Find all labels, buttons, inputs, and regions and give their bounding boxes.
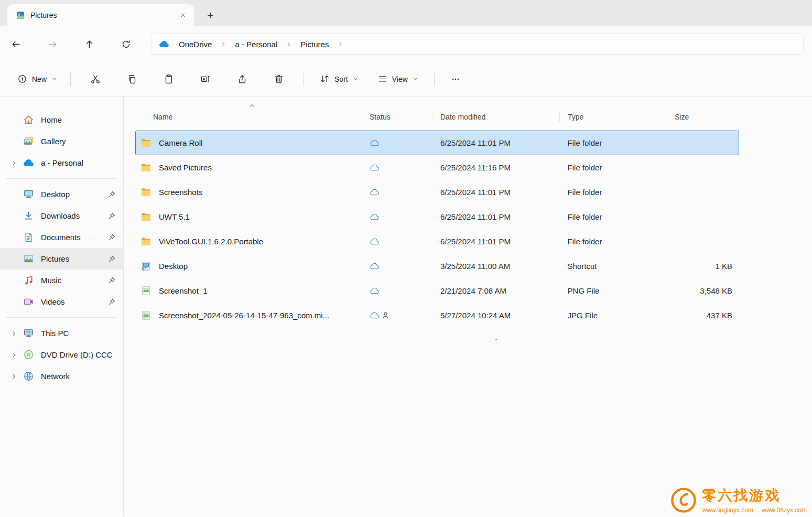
file-type: PNG File — [560, 286, 667, 295]
delete-button[interactable] — [266, 68, 291, 90]
sidebar-item-dvd-drive-d-ccc[interactable]: DVD Drive (D:) CCC — [0, 344, 123, 365]
sidebar-item-downloads[interactable]: Downloads — [0, 205, 123, 227]
sidebar-list: HomeGallerya - PersonalDesktopDownloadsD… — [0, 109, 123, 387]
file-name: Screenshots — [159, 188, 202, 197]
file-row[interactable]: Desktop3/25/2024 11:00 AMShortcut1 KB — [135, 254, 739, 278]
file-row[interactable]: ViVeTool.GUI.1.6.2.0.Portable6/25/2024 1… — [135, 229, 739, 254]
chevron-right-icon[interactable] — [7, 348, 21, 362]
share-icon — [237, 74, 247, 84]
chevron-down-icon — [413, 76, 418, 82]
column-header-size[interactable]: Size — [667, 106, 739, 128]
tab-close-button[interactable] — [176, 8, 190, 22]
sidebar-item-label: Downloads — [41, 211, 107, 220]
paste-button[interactable] — [156, 68, 181, 90]
file-date-modified: 6/25/2024 11:01 PM — [434, 188, 560, 197]
up-button[interactable] — [78, 34, 101, 54]
cloud-icon — [370, 212, 379, 221]
person-icon — [381, 311, 390, 320]
refresh-button[interactable] — [114, 34, 137, 54]
sidebar-item-label: DVD Drive (D:) CCC — [41, 350, 117, 359]
file-row[interactable]: Screenshot_2024-05-26-14-15-47-963_com.m… — [135, 303, 739, 328]
file-row[interactable]: Screenshots6/25/2024 11:01 PMFile folder — [135, 180, 739, 204]
file-row[interactable]: Saved Pictures6/25/2024 11:16 PMFile fol… — [135, 155, 739, 180]
sidebar-item-a-personal[interactable]: a - Personal — [0, 152, 123, 174]
sidebar-item-videos[interactable]: Videos — [0, 291, 123, 313]
ellipsis-icon — [451, 74, 460, 84]
folder-icon — [140, 211, 151, 222]
file-date-modified: 5/27/2024 10:24 AM — [434, 311, 560, 320]
chevron-spacer — [7, 135, 21, 148]
chevron-spacer — [7, 274, 21, 287]
rename-icon — [200, 74, 211, 84]
sidebar-item-label: Documents — [41, 233, 107, 242]
chevron-right-icon[interactable] — [217, 38, 230, 50]
chevron-spacer — [7, 252, 21, 266]
sidebar-item-label: Videos — [41, 297, 107, 306]
sidebar-item-documents[interactable]: Documents — [0, 227, 123, 248]
sidebar-item-desktop[interactable]: Desktop — [0, 184, 123, 205]
file-status-cell — [363, 188, 434, 197]
sidebar-item-gallery[interactable]: Gallery — [0, 131, 123, 152]
chevron-spacer — [7, 231, 21, 244]
chevron-right-icon[interactable] — [7, 370, 21, 383]
forward-icon — [48, 39, 58, 49]
chevron-right-icon[interactable] — [283, 38, 295, 50]
sidebar-item-label: Network — [41, 372, 117, 381]
sidebar-item-pictures[interactable]: Pictures — [0, 248, 123, 270]
tab-bar: Pictures — [0, 0, 812, 26]
breadcrumb-item-pictures[interactable]: Pictures — [296, 37, 333, 51]
command-toolbar: New Sort View — [0, 62, 812, 96]
file-date-modified: 6/25/2024 11:01 PM — [434, 212, 560, 221]
sidebar-item-music[interactable]: Music — [0, 270, 123, 291]
file-type: File folder — [560, 212, 667, 221]
stray-mark — [495, 339, 497, 340]
column-header-name[interactable]: Name — [135, 106, 363, 128]
watermark-logo-icon — [670, 487, 697, 514]
folder-icon — [140, 187, 151, 198]
sort-button[interactable]: Sort — [313, 69, 365, 89]
folder-icon — [140, 137, 151, 148]
file-name: Camera Roll — [159, 138, 202, 147]
sidebar-item-this-pc[interactable]: This PC — [0, 322, 123, 344]
back-button[interactable] — [4, 34, 27, 54]
breadcrumb-item-onedrive[interactable]: OneDrive — [175, 37, 216, 51]
content-area: HomeGallerya - PersonalDesktopDownloadsD… — [0, 96, 812, 516]
file-row[interactable]: Camera Roll6/25/2024 11:01 PMFile folder — [135, 131, 739, 155]
breadcrumb-item-a-personal[interactable]: a - Personal — [231, 37, 282, 51]
chevron-right-icon[interactable] — [7, 156, 21, 170]
chevron-right-icon[interactable] — [7, 327, 21, 340]
toolbar-separator — [434, 72, 435, 86]
file-name-cell: UWT 5.1 — [136, 211, 363, 222]
rename-button[interactable] — [193, 68, 218, 90]
sidebar-item-label: Music — [41, 276, 107, 285]
onedrive-icon — [159, 39, 169, 49]
cut-button[interactable] — [83, 68, 108, 90]
file-status-cell — [363, 262, 434, 271]
file-name: ViVeTool.GUI.1.6.2.0.Portable — [159, 237, 263, 246]
new-button[interactable]: New — [10, 69, 64, 89]
sidebar-separator — [6, 317, 117, 318]
copy-button[interactable] — [120, 68, 145, 90]
sidebar-item-network[interactable]: Network — [0, 365, 123, 387]
forward-button[interactable] — [41, 34, 64, 54]
view-button[interactable]: View — [371, 69, 425, 89]
share-button[interactable] — [230, 68, 255, 90]
dvd-icon — [23, 349, 35, 360]
new-tab-button[interactable] — [201, 6, 219, 24]
address-bar[interactable]: OneDrive a - Personal Pictures — [151, 34, 804, 55]
navigation-bar: OneDrive a - Personal Pictures — [0, 26, 812, 62]
file-date-modified: 2/21/2024 7:08 AM — [434, 286, 560, 295]
sidebar-item-label: Pictures — [41, 254, 107, 263]
sidebar-item-home[interactable]: Home — [0, 109, 123, 131]
file-row[interactable]: Screenshot_12/21/2024 7:08 AMPNG File3,5… — [135, 278, 739, 303]
tab-pictures[interactable]: Pictures — [7, 4, 194, 26]
file-row[interactable]: UWT 5.16/25/2024 11:01 PMFile folder — [135, 204, 739, 229]
file-name-cell: Screenshot_2024-05-26-14-15-47-963_com.m… — [136, 310, 363, 321]
more-options-button[interactable] — [444, 69, 467, 90]
column-header-type[interactable]: Type — [560, 106, 667, 128]
gallery-icon — [23, 136, 35, 147]
file-type: File folder — [560, 138, 667, 147]
column-header-status[interactable]: Status — [363, 106, 434, 128]
chevron-right-icon[interactable] — [334, 38, 347, 50]
column-header-date-modified[interactable]: Date modified — [434, 106, 560, 128]
